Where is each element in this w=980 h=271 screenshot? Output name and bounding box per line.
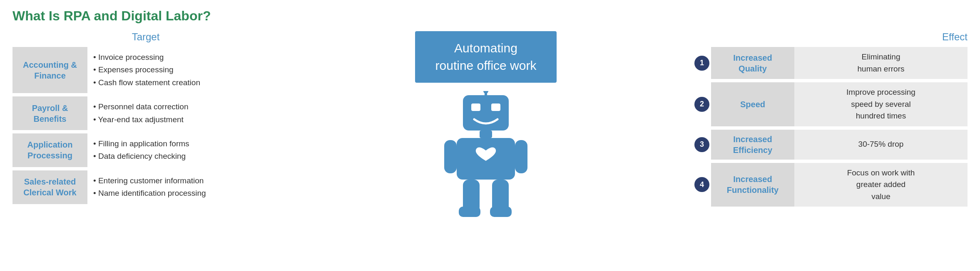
effect-number-circle: 2	[694, 97, 709, 112]
svg-rect-1	[471, 103, 480, 111]
target-row-label: Sales-relatedClerical Work	[12, 170, 87, 204]
list-item: Expenses processing	[93, 64, 200, 76]
center-section: Automatingroutine office work	[279, 31, 693, 220]
svg-point-5	[483, 91, 488, 94]
effect-number: 3	[693, 130, 711, 160]
target-rows: Accounting &FinanceInvoice processingExp…	[12, 47, 279, 204]
effect-row-desc: Improve processingspeed by severalhundre…	[794, 82, 968, 126]
effect-row-label: IncreasedQuality	[711, 47, 794, 79]
list-item: Entering customer information	[93, 175, 206, 187]
svg-rect-11	[459, 207, 480, 217]
page-title: What Is RPA and Digital Labor?	[12, 8, 968, 24]
svg-rect-0	[463, 95, 509, 131]
effect-row: 4IncreasedFunctionalityFocus on work wit…	[693, 163, 968, 207]
effect-section: Effect 1IncreasedQualityEliminatinghuman…	[693, 31, 968, 207]
effect-section-label: Effect	[693, 31, 968, 43]
effect-number-circle: 4	[694, 177, 709, 192]
target-row-label: Accounting &Finance	[12, 47, 87, 93]
svg-rect-3	[480, 131, 492, 138]
list-item: Data deficiency checking	[93, 150, 189, 163]
list-item: Personnel data correction	[93, 101, 188, 113]
target-row: Payroll &BenefitsPersonnel data correcti…	[12, 96, 279, 130]
effect-number: 1	[693, 47, 711, 79]
target-section-label: Target	[12, 31, 279, 43]
effect-number-circle: 1	[694, 56, 709, 71]
effect-row: 1IncreasedQualityEliminatinghuman errors	[693, 47, 968, 79]
target-row-bullets: Personnel data correctionYear-end tax ad…	[87, 96, 194, 130]
target-row-bullets: Entering customer informationName identi…	[87, 170, 212, 204]
effect-row-desc: Focus on work withgreater addedvalue	[794, 163, 968, 207]
effect-row-desc: 30-75% drop	[794, 130, 968, 160]
content-wrapper: Target Accounting &FinanceInvoice proces…	[12, 31, 968, 220]
automating-box: Automatingroutine office work	[415, 31, 557, 83]
effect-row-label: IncreasedEfficiency	[711, 130, 794, 160]
target-row-bullets: Invoice processingExpenses processingCas…	[87, 47, 206, 93]
target-row-label: Payroll &Benefits	[12, 96, 87, 130]
target-section: Target Accounting &FinanceInvoice proces…	[12, 31, 279, 204]
effect-number: 4	[693, 163, 711, 207]
effect-rows: 1IncreasedQualityEliminatinghuman errors…	[693, 47, 968, 207]
list-item: Name identification processing	[93, 187, 206, 200]
svg-rect-2	[491, 103, 500, 111]
effect-row-desc: Eliminatinghuman errors	[794, 47, 968, 79]
list-item: Year-end tax adjustment	[93, 113, 188, 126]
svg-rect-7	[444, 140, 457, 173]
target-row: ApplicationProcessingFilling in applicat…	[12, 133, 279, 167]
svg-rect-8	[515, 140, 527, 173]
target-row: Accounting &FinanceInvoice processingExp…	[12, 47, 279, 93]
target-row-label: ApplicationProcessing	[12, 133, 87, 167]
effect-number: 2	[693, 82, 711, 126]
svg-rect-12	[490, 207, 512, 217]
effect-row-label: IncreasedFunctionality	[711, 163, 794, 207]
target-row-bullets: Filling in application formsData deficie…	[87, 133, 195, 167]
effect-row: 3IncreasedEfficiency30-75% drop	[693, 130, 968, 160]
effect-row: 2SpeedImprove processingspeed by several…	[693, 82, 968, 126]
effect-row-label: Speed	[711, 82, 794, 126]
target-row: Sales-relatedClerical WorkEntering custo…	[12, 170, 279, 204]
robot-illustration	[440, 91, 532, 220]
list-item: Filling in application forms	[93, 138, 189, 150]
list-item: Invoice processing	[93, 51, 200, 64]
effect-number-circle: 3	[694, 137, 709, 152]
list-item: Cash flow statement creation	[93, 76, 200, 89]
